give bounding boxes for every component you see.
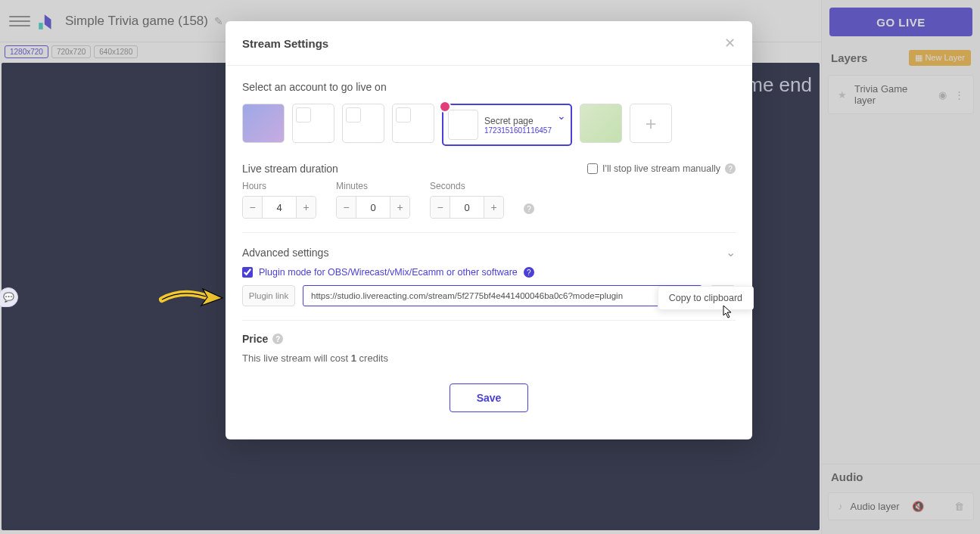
account-selected[interactable]: Secret page 1723151601116457 ⌄	[442, 104, 572, 146]
minutes-stepper[interactable]: − +	[336, 196, 410, 219]
chevron-down-icon: ⌄	[726, 245, 736, 259]
account-option-1[interactable]	[242, 104, 285, 143]
plugin-help-icon[interactable]: ?	[524, 267, 534, 278]
hours-increment[interactable]: +	[296, 197, 316, 218]
close-modal-icon[interactable]: ✕	[724, 35, 736, 51]
duration-label: Live stream duration	[242, 163, 338, 175]
seconds-stepper[interactable]: − +	[430, 196, 504, 219]
plugin-mode-checkbox[interactable]: Plugin mode for OBS/Wirecast/vMix/Ecamm …	[242, 267, 736, 285]
hours-stepper[interactable]: − +	[242, 196, 316, 219]
chevron-down-icon: ⌄	[557, 110, 566, 122]
account-option-4[interactable]	[392, 104, 434, 143]
duration-help-icon[interactable]: ?	[524, 203, 534, 214]
minutes-input[interactable]	[356, 197, 390, 218]
account-thumb	[448, 110, 478, 140]
advanced-settings-toggle[interactable]: Advanced settings ⌄	[242, 233, 736, 267]
hours-label: Hours	[242, 181, 316, 191]
hours-input[interactable]	[263, 197, 296, 218]
modal-title: Stream Settings	[242, 37, 328, 50]
account-list: Secret page 1723151601116457 ⌄ ＋	[242, 104, 736, 146]
account-option-2[interactable]	[292, 104, 334, 143]
price-help-icon[interactable]: ?	[272, 334, 283, 344]
account-name: Secret page	[484, 116, 552, 126]
seconds-label: Seconds	[430, 181, 504, 191]
price-label: Price ?	[242, 333, 736, 345]
account-option-3[interactable]	[342, 104, 384, 143]
save-button[interactable]: Save	[450, 383, 528, 412]
copy-tooltip: Copy to clipboard	[658, 286, 754, 310]
manual-stop-checkbox[interactable]: I'll stop live stream manually ?	[587, 163, 736, 174]
instagram-badge-icon	[439, 101, 451, 113]
account-option-6[interactable]	[580, 104, 622, 143]
seconds-decrement[interactable]: −	[431, 197, 450, 218]
stream-settings-modal: Stream Settings ✕ Select an account to g…	[226, 21, 752, 439]
minutes-increment[interactable]: +	[390, 197, 409, 218]
minutes-decrement[interactable]: −	[337, 197, 356, 218]
seconds-increment[interactable]: +	[484, 197, 503, 218]
account-id: 1723151601116457	[484, 126, 552, 135]
hours-decrement[interactable]: −	[243, 197, 263, 218]
select-account-label: Select an account to go live on	[242, 81, 736, 93]
price-text: This live stream will cost 1 credits	[242, 352, 736, 364]
annotation-arrow	[159, 286, 224, 312]
cursor-icon	[723, 305, 733, 321]
minutes-label: Minutes	[336, 181, 410, 191]
plugin-link-label: Plugin link	[242, 285, 295, 306]
help-icon[interactable]: ?	[725, 163, 736, 174]
seconds-input[interactable]	[450, 197, 484, 218]
add-account-button[interactable]: ＋	[630, 104, 672, 143]
plugin-link-input[interactable]	[303, 285, 702, 306]
